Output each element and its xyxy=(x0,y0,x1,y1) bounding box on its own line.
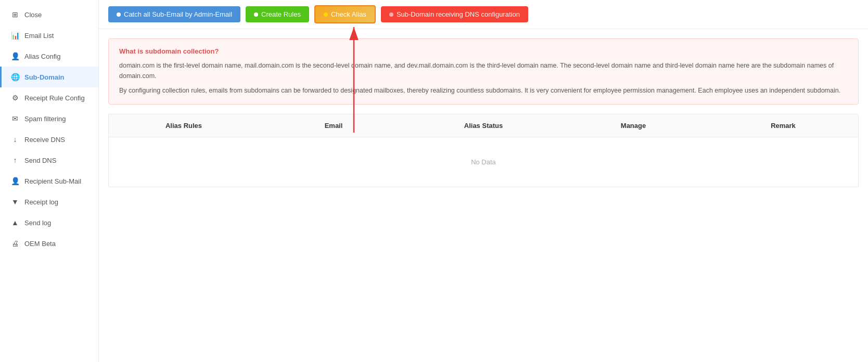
sidebar-label-alias-config: Alias Config xyxy=(24,53,60,60)
create-rules-button[interactable]: Create Rules xyxy=(246,6,309,22)
sidebar-label-sub-domain: Sub-Domain xyxy=(24,73,65,81)
toolbar: Catch all Sub-Email by Admin-Email Creat… xyxy=(99,0,868,29)
table-header-manage: Manage xyxy=(558,120,708,132)
sidebar: ⊞ Close 📊 Email List 👤 Alias Config 🌐 Su… xyxy=(0,0,99,362)
info-box: What is subdomain collection? domain.com… xyxy=(108,38,859,105)
send-dns-icon: ↑ xyxy=(11,156,19,164)
catch-all-button[interactable]: Catch all Sub-Email by Admin-Email xyxy=(108,6,240,22)
table-header: Alias RulesEmailAlias StatusManageRemark xyxy=(109,114,858,137)
sidebar-label-receipt-rule-config: Receipt Rule Config xyxy=(24,94,85,102)
close-icon: ⊞ xyxy=(11,10,19,19)
table-empty-state: No Data xyxy=(109,137,858,187)
create-rules-label: Create Rules xyxy=(261,10,301,18)
sidebar-item-receipt-log[interactable]: ▼ Receipt log xyxy=(0,191,98,212)
create-rules-dot xyxy=(254,12,258,17)
info-box-title: What is subdomain collection? xyxy=(119,47,848,55)
table-header-email: Email xyxy=(259,120,409,132)
sidebar-item-receipt-rule-config[interactable]: ⚙ Receipt Rule Config xyxy=(0,87,98,108)
sidebar-label-send-log: Send log xyxy=(24,219,51,227)
email-list-icon: 📊 xyxy=(11,31,19,40)
sidebar-label-close: Close xyxy=(24,11,42,19)
check-alias-label: Check Alias xyxy=(331,10,366,18)
send-log-icon: ▲ xyxy=(11,218,19,227)
sidebar-label-receive-dns: Receive DNS xyxy=(24,136,65,144)
sidebar-item-alias-config[interactable]: 👤 Alias Config xyxy=(0,46,98,67)
sidebar-item-send-log[interactable]: ▲ Send log xyxy=(0,212,98,233)
info-box-paragraph2: By configuring collection rules, emails … xyxy=(119,85,848,96)
subdomain-dns-dot xyxy=(389,12,393,17)
info-box-paragraph1: domain.com is the first-level domain nam… xyxy=(119,60,848,81)
subdomain-dns-label: Sub-Domain receiving DNS configuration xyxy=(397,10,520,18)
catch-all-label: Catch all Sub-Email by Admin-Email xyxy=(124,10,232,18)
sidebar-item-send-dns[interactable]: ↑ Send DNS xyxy=(0,150,98,171)
table-header-alias-rules: Alias Rules xyxy=(109,120,259,132)
sidebar-label-email-list: Email List xyxy=(24,32,54,40)
table-header-remark: Remark xyxy=(708,120,858,132)
receipt-log-icon: ▼ xyxy=(11,198,19,206)
main-content: Catch all Sub-Email by Admin-Email Creat… xyxy=(99,0,868,362)
sidebar-item-oem[interactable]: 🖨 OEM Beta xyxy=(0,233,98,254)
table-header-alias-status: Alias Status xyxy=(409,120,558,132)
sidebar-item-spam-filtering[interactable]: ✉ Spam filtering xyxy=(0,108,98,129)
check-alias-button[interactable]: Check Alias xyxy=(314,5,376,23)
sidebar-label-spam-filtering: Spam filtering xyxy=(24,115,66,123)
subdomain-dns-button[interactable]: Sub-Domain receiving DNS configuration xyxy=(381,6,528,22)
receive-dns-icon: ↓ xyxy=(11,135,19,144)
recipient-sub-mail-icon: 👤 xyxy=(11,177,19,185)
oem-icon: 🖨 xyxy=(11,239,19,248)
sidebar-item-sub-domain[interactable]: 🌐 Sub-Domain xyxy=(0,67,98,87)
sidebar-label-receipt-log: Receipt log xyxy=(24,198,58,206)
sidebar-label-recipient-sub-mail: Recipient Sub-Mail xyxy=(24,177,81,185)
alias-config-icon: 👤 xyxy=(11,52,19,60)
sub-domain-icon: 🌐 xyxy=(11,73,19,81)
spam-filtering-icon: ✉ xyxy=(11,114,19,123)
sidebar-item-email-list[interactable]: 📊 Email List xyxy=(0,25,98,46)
data-table: Alias RulesEmailAlias StatusManageRemark… xyxy=(108,114,859,187)
sidebar-label-send-dns: Send DNS xyxy=(24,157,56,164)
sidebar-item-recipient-sub-mail[interactable]: 👤 Recipient Sub-Mail xyxy=(0,171,98,191)
receipt-rule-config-icon: ⚙ xyxy=(11,94,19,102)
catch-all-dot xyxy=(117,12,121,17)
sidebar-item-close[interactable]: ⊞ Close xyxy=(0,4,98,25)
sidebar-label-oem: OEM Beta xyxy=(24,240,56,248)
check-alias-dot xyxy=(324,12,328,17)
sidebar-item-receive-dns[interactable]: ↓ Receive DNS xyxy=(0,129,98,150)
